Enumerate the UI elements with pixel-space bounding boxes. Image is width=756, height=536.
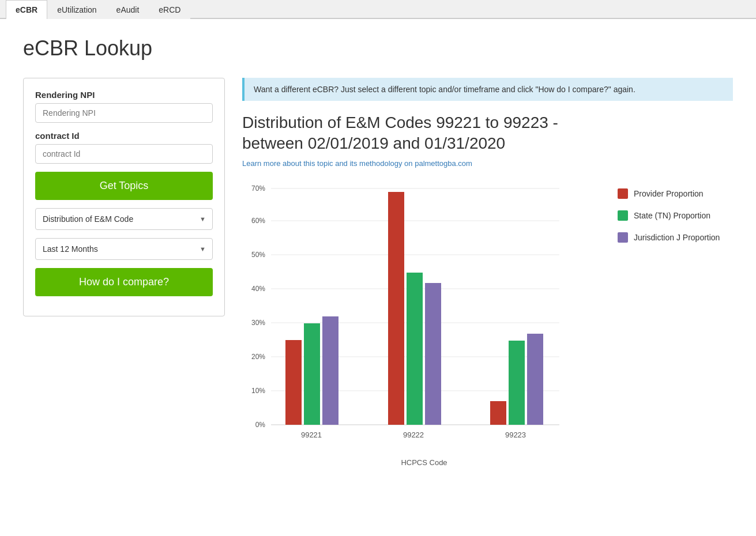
tab-ecbr[interactable]: eCBR <box>6 0 47 19</box>
bar-99222-provider <box>388 192 404 425</box>
legend-item-state: State (TN) Proportion <box>618 210 733 221</box>
how-do-i-compare-button[interactable]: How do I compare? <box>35 268 213 296</box>
topic-select-wrapper: Distribution of E&M Code Distribution of… <box>35 208 213 230</box>
svg-text:99222: 99222 <box>403 431 424 439</box>
main-content: eCBR Lookup Rendering NPI contract Id Ge… <box>0 19 756 484</box>
chart-legend: Provider Proportion State (TN) Proportio… <box>618 177 733 254</box>
chart-title-line1: Distribution of E&M Codes 99221 to 99223… <box>242 114 558 131</box>
svg-text:60%: 60% <box>251 217 265 225</box>
page-title: eCBR Lookup <box>23 36 733 61</box>
rendering-npi-label: Rendering NPI <box>35 90 213 100</box>
bar-99223-jurisdiction <box>527 334 543 425</box>
svg-text:10%: 10% <box>251 387 265 395</box>
bar-99221-state <box>304 323 320 425</box>
timeframe-select-wrapper: Last 12 Months Last 24 Months Last 36 Mo… <box>35 238 213 260</box>
sidebar-panel: Rendering NPI contract Id Get Topics Dis… <box>23 78 225 316</box>
x-axis-label: HCPCS Code <box>242 458 606 467</box>
legend-label-provider: Provider Proportion <box>634 189 704 198</box>
rendering-npi-input[interactable] <box>35 103 213 123</box>
legend-color-jurisdiction <box>618 232 628 243</box>
tab-eutilization[interactable]: eUtilization <box>47 0 106 19</box>
legend-color-state <box>618 210 628 221</box>
svg-text:70%: 70% <box>251 184 265 192</box>
chart-svg-wrapper: 0% 10% 20% 30% 40% 50% 60% 70% <box>242 177 606 467</box>
bar-99221-provider <box>285 340 302 425</box>
svg-text:20%: 20% <box>251 353 265 361</box>
svg-text:40%: 40% <box>251 285 265 293</box>
contract-id-input[interactable] <box>35 144 213 164</box>
chart-title: Distribution of E&M Codes 99221 to 99223… <box>242 112 733 154</box>
legend-color-provider <box>618 188 628 199</box>
chart-panel: Want a different eCBR? Just select a dif… <box>242 78 733 467</box>
chart-container: 0% 10% 20% 30% 40% 50% 60% 70% <box>242 177 733 467</box>
bar-99222-state <box>407 273 423 425</box>
tab-ercd[interactable]: eRCD <box>149 0 190 19</box>
svg-text:50%: 50% <box>251 251 265 259</box>
timeframe-select[interactable]: Last 12 Months Last 24 Months Last 36 Mo… <box>35 238 213 260</box>
legend-item-jurisdiction: Jurisdiction J Proportion <box>618 232 733 243</box>
bar-chart-svg: 0% 10% 20% 30% 40% 50% 60% 70% <box>242 177 588 454</box>
svg-text:99223: 99223 <box>505 431 526 439</box>
info-banner-text: Want a different eCBR? Just select a dif… <box>254 85 635 94</box>
get-topics-button[interactable]: Get Topics <box>35 172 213 200</box>
legend-item-provider: Provider Proportion <box>618 188 733 199</box>
info-banner: Want a different eCBR? Just select a dif… <box>242 78 733 101</box>
bar-99223-state <box>509 341 525 425</box>
bar-99222-jurisdiction <box>425 283 441 425</box>
tab-eaudit[interactable]: eAudit <box>107 0 149 19</box>
bar-99223-provider <box>490 401 506 425</box>
svg-text:99221: 99221 <box>301 431 322 439</box>
legend-label-jurisdiction: Jurisdiction J Proportion <box>634 233 720 242</box>
svg-text:30%: 30% <box>251 319 265 327</box>
methodology-link[interactable]: Learn more about this topic and its meth… <box>242 159 733 168</box>
legend-label-state: State (TN) Proportion <box>634 211 710 220</box>
topic-select[interactable]: Distribution of E&M Code Distribution of… <box>35 208 213 230</box>
tab-bar: eCBR eUtilization eAudit eRCD <box>0 0 756 19</box>
layout: Rendering NPI contract Id Get Topics Dis… <box>23 78 733 467</box>
chart-title-line2: between 02/01/2019 and 01/31/2020 <box>242 134 505 152</box>
bar-99221-jurisdiction <box>322 316 338 425</box>
svg-text:0%: 0% <box>255 421 266 429</box>
contract-id-label: contract Id <box>35 131 213 141</box>
